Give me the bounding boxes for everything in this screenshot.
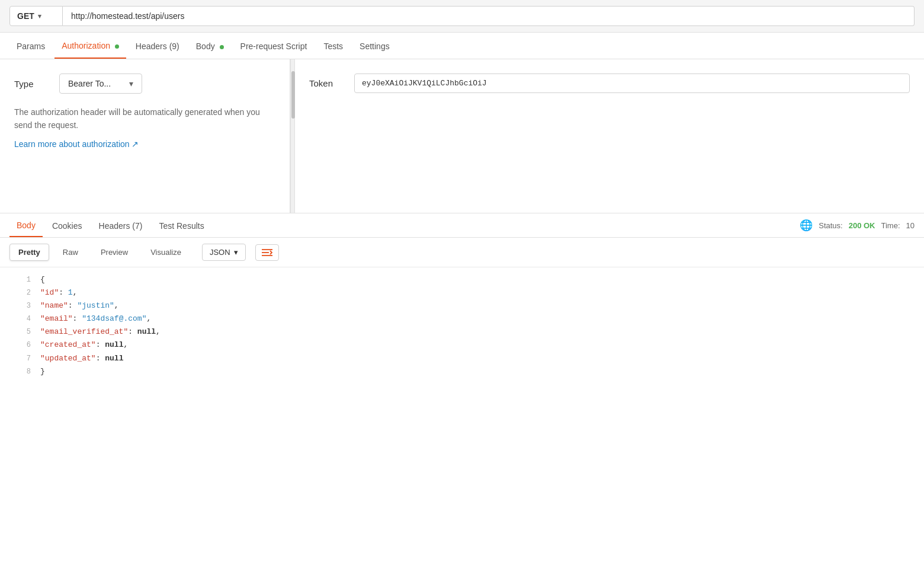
format-raw-btn[interactable]: Raw	[54, 244, 87, 261]
code-line-3: 3 "name": "justin",	[0, 299, 924, 312]
line-num-8: 8	[9, 366, 31, 378]
status-area: 🌐 Status: 200 OK Time: 10	[800, 219, 915, 232]
wrap-button[interactable]	[255, 244, 279, 261]
tab-pre-request[interactable]: Pre-request Script	[233, 33, 315, 58]
response-tab-body[interactable]: Body	[9, 213, 43, 237]
format-preview-btn[interactable]: Preview	[92, 244, 137, 261]
request-tabs-bar: Params Authorization Headers (9) Body Pr…	[0, 33, 924, 59]
method-select[interactable]: GET ▾	[9, 6, 63, 26]
json-format-chevron-icon: ▾	[234, 248, 238, 257]
url-input[interactable]	[63, 6, 915, 26]
tab-body[interactable]: Body	[189, 33, 231, 58]
code-line-5: 5 "email_verified_at": null,	[0, 325, 924, 339]
tab-authorization[interactable]: Authorization	[54, 33, 126, 59]
time-value: 10	[906, 221, 915, 230]
code-line-7: 7 "updated_at": null	[0, 352, 924, 365]
line-num-7: 7	[9, 353, 31, 365]
method-label: GET	[17, 11, 34, 21]
status-label: Status:	[819, 221, 842, 230]
code-line-4: 4 "email": "134dsaf@.com",	[0, 312, 924, 325]
time-label: Time:	[881, 221, 900, 230]
auth-note: The authorization header will be automat…	[14, 106, 275, 132]
line-num-4: 4	[9, 313, 31, 325]
token-row: Token	[309, 74, 910, 93]
tab-tests[interactable]: Tests	[316, 33, 350, 58]
code-content-5: "email_verified_at": null,	[40, 325, 915, 339]
line-num-1: 1	[9, 274, 31, 286]
globe-icon: 🌐	[800, 219, 813, 232]
json-format-label: JSON	[210, 248, 230, 257]
format-visualize-btn[interactable]: Visualize	[142, 244, 190, 261]
tab-params[interactable]: Params	[9, 33, 52, 58]
response-tab-headers[interactable]: Headers (7)	[92, 214, 150, 237]
learn-more-link[interactable]: Learn more about authorization ↗	[14, 139, 139, 149]
type-dropdown[interactable]: Bearer To... ▾	[59, 74, 142, 94]
token-input[interactable]	[354, 74, 910, 93]
code-content-2: "id": 1,	[40, 286, 915, 299]
json-format-dropdown[interactable]: JSON ▾	[202, 244, 246, 261]
code-content-4: "email": "134dsaf@.com",	[40, 312, 915, 325]
url-bar: GET ▾	[0, 0, 924, 33]
code-viewer: 1 { 2 "id": 1, 3 "name": "justin", 4 "em…	[0, 267, 924, 384]
code-content-6: "created_at": null,	[40, 339, 915, 352]
auth-content-area: Type Bearer To... ▾ The authorization he…	[0, 59, 924, 213]
line-num-5: 5	[9, 326, 31, 338]
status-value: 200 OK	[849, 221, 875, 230]
code-content-3: "name": "justin",	[40, 299, 915, 312]
code-line-2: 2 "id": 1,	[0, 286, 924, 299]
type-row: Type Bearer To... ▾	[14, 74, 275, 94]
method-chevron-icon: ▾	[38, 12, 41, 20]
response-tab-cookies[interactable]: Cookies	[45, 214, 89, 237]
scrollbar-divider	[290, 59, 295, 213]
auth-left-panel: Type Bearer To... ▾ The authorization he…	[0, 59, 290, 213]
tab-settings[interactable]: Settings	[352, 33, 397, 58]
code-line-6: 6 "created_at": null,	[0, 339, 924, 352]
body-dot	[220, 45, 224, 49]
line-num-6: 6	[9, 339, 31, 351]
auth-right-panel: Token	[295, 59, 924, 213]
response-tabs-bar: Body Cookies Headers (7) Test Results 🌐 …	[0, 213, 924, 238]
response-tab-test-results[interactable]: Test Results	[152, 214, 211, 237]
code-content-1: {	[40, 273, 915, 286]
token-label: Token	[309, 78, 345, 88]
line-num-3: 3	[9, 300, 31, 312]
line-num-2: 2	[9, 287, 31, 299]
tab-headers[interactable]: Headers (9)	[129, 33, 187, 58]
type-value: Bearer To...	[68, 79, 111, 88]
authorization-dot	[115, 44, 119, 49]
format-pretty-btn[interactable]: Pretty	[9, 244, 49, 261]
code-content-7: "updated_at": null	[40, 352, 915, 365]
code-line-8: 8 }	[0, 365, 924, 378]
code-content-8: }	[40, 365, 915, 378]
type-chevron-icon: ▾	[129, 79, 133, 88]
format-toolbar: Pretty Raw Preview Visualize JSON ▾	[0, 238, 924, 267]
type-label: Type	[14, 79, 50, 89]
code-line-1: 1 {	[0, 273, 924, 286]
scrollbar-thumb[interactable]	[291, 71, 295, 119]
